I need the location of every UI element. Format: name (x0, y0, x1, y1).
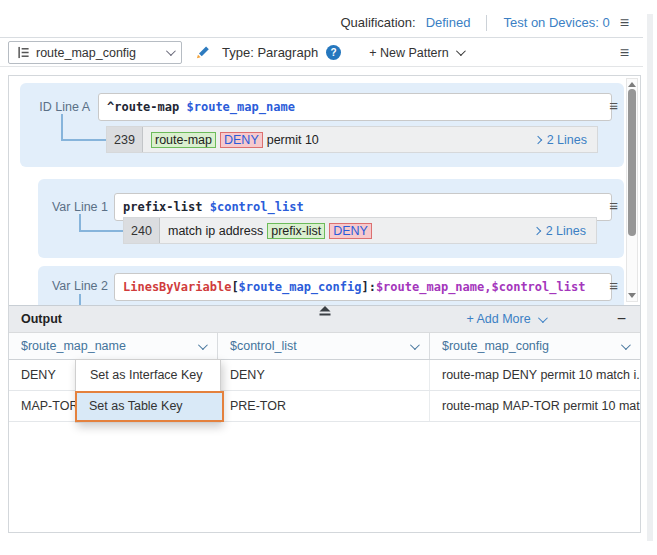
chevron-down-icon (538, 313, 548, 323)
pattern-editor-screen: Qualification: Defined Test on Devices: … (0, 0, 657, 555)
code-segment: $route_map_name (186, 100, 294, 114)
match-token-green: route-map (151, 132, 216, 148)
scroll-down-icon[interactable] (628, 293, 636, 298)
code-segment: prefix-list (123, 200, 210, 214)
pattern-input-var-line-2[interactable]: LinesByVariable[$route_map_config]:$rout… (114, 273, 612, 301)
column-label: $route_map_name (21, 339, 126, 353)
cell-control-list[interactable]: DENY (218, 360, 430, 390)
chevron-down-icon (166, 46, 176, 56)
match-row: 240 match ip addressprefix-listDENY 2 Li… (123, 217, 597, 244)
menu-item-set-table-key[interactable]: Set as Table Key (75, 391, 224, 422)
pattern-select-value: route_map_config (36, 46, 136, 60)
column-header-route-map-config[interactable]: $route_map_config (430, 333, 640, 359)
status-bar: Qualification: Defined Test on Devices: … (0, 0, 643, 38)
match-tokens: match ip addressprefix-listDENY (168, 223, 372, 239)
code-segment: $route_map_config (239, 280, 362, 294)
pattern-line-label: ID Line A (20, 100, 90, 114)
context-menu: Set as Interface Key Set as Table Key (75, 359, 221, 423)
status-divider (486, 15, 487, 31)
line-number-badge: 240 (124, 218, 160, 243)
pattern-area: ID Line A ^route-map $route_map_name ≡ 2… (9, 76, 640, 305)
chevron-down-icon[interactable] (198, 340, 208, 350)
match-token-red: DENY (220, 132, 263, 148)
collapse-panel-icon[interactable] (318, 306, 331, 320)
code-segment: $route_map_name,$control_list (376, 280, 586, 294)
expand-lines-link[interactable]: 2 Lines (535, 133, 597, 147)
pattern-line-label: Var Line 2 (38, 279, 108, 293)
pattern-line-label: Var Line 1 (38, 200, 108, 214)
chevron-right-icon (533, 135, 541, 143)
connector-line (79, 230, 123, 232)
line-menu-icon[interactable]: ≡ (609, 98, 618, 113)
pattern-select[interactable]: route_map_config (8, 41, 182, 64)
column-header-control-list[interactable]: $control_list (218, 333, 430, 359)
column-header-route-map-name[interactable]: $route_map_name (9, 333, 218, 359)
cell-route-map-config[interactable]: route-map MAP-TOR permit 10 mat... (430, 391, 640, 421)
connector-line (79, 214, 81, 231)
add-more-button[interactable]: + Add More (466, 312, 544, 326)
match-token-green: prefix-list (267, 223, 325, 239)
output-header: Output + Add More − (9, 305, 640, 333)
code-segment: [ (231, 280, 238, 294)
cell-control-list[interactable]: PRE-TOR (218, 391, 430, 421)
menu-item-set-interface-key[interactable]: Set as Interface Key (76, 360, 220, 391)
type-label: Type: Paragraph (222, 45, 318, 60)
help-icon[interactable]: ? (326, 45, 341, 60)
connector-line (61, 114, 63, 140)
output-panel: Output + Add More − $route_map_name (9, 305, 640, 532)
test-on-devices-link[interactable]: Test on Devices: 0 (503, 15, 609, 30)
status-menu-icon[interactable]: ≡ (620, 15, 629, 31)
pattern-block-var-line-1: Var Line 1 prefix-list $control_list ≡ 2… (38, 179, 624, 258)
line-number-badge: 239 (107, 127, 143, 152)
output-table-header: $route_map_name $control_list $route_map… (9, 333, 640, 360)
chevron-right-icon (532, 226, 540, 234)
qualification-value-link[interactable]: Defined (426, 15, 471, 30)
pattern-block-id-line-a: ID Line A ^route-map $route_map_name ≡ 2… (20, 83, 624, 167)
code-segment: ^route-map (107, 100, 186, 114)
add-more-label: + Add More (466, 312, 530, 326)
pattern-scrollbar[interactable] (626, 78, 638, 302)
pattern-input-id-line-a[interactable]: ^route-map $route_map_name (98, 93, 612, 121)
scrollbar-thumb[interactable] (628, 89, 636, 236)
toolbar-menu-icon[interactable]: ≡ (620, 45, 629, 61)
pattern-toolbar: route_map_config Type: Paragraph ? + New… (0, 39, 643, 67)
connector-line (79, 294, 81, 305)
new-pattern-label: + New Pattern (369, 46, 449, 60)
line-menu-icon[interactable]: ≡ (609, 198, 618, 213)
expand-lines-link[interactable]: 2 Lines (534, 224, 596, 238)
pattern-container: ID Line A ^route-map $route_map_name ≡ 2… (8, 75, 641, 533)
line-menu-icon[interactable]: ≡ (609, 278, 618, 293)
match-tokens: route-mapDENYpermit 10 (151, 132, 319, 148)
lines-count-label: 2 Lines (547, 133, 587, 147)
cell-route-map-config[interactable]: route-map DENY permit 10 match i... (430, 360, 640, 390)
qualification-label: Qualification: (340, 15, 415, 30)
match-row: 239 route-mapDENYpermit 10 2 Lines (106, 126, 598, 153)
page-scrollbar-track[interactable] (647, 14, 653, 541)
column-label: $control_list (230, 339, 297, 353)
column-label: $route_map_config (442, 339, 549, 353)
connector-line (61, 139, 106, 141)
match-token-plain: match ip address (168, 224, 263, 238)
pattern-block-var-line-2: Var Line 2 LinesByVariable[$route_map_co… (38, 266, 624, 305)
new-pattern-button[interactable]: + New Pattern (369, 46, 463, 60)
code-segment: ]: (361, 280, 375, 294)
edit-pencil-icon[interactable] (194, 45, 210, 61)
match-token-plain: permit 10 (267, 133, 319, 147)
code-segment: LinesByVariable (123, 280, 231, 294)
pattern-tree-icon (17, 46, 30, 59)
chevron-down-icon (456, 46, 466, 56)
chevron-down-icon[interactable] (621, 340, 631, 350)
scroll-up-icon[interactable] (628, 82, 636, 87)
chevron-down-icon[interactable] (410, 340, 420, 350)
lines-count-label: 2 Lines (546, 224, 586, 238)
match-token-red: DENY (329, 223, 372, 239)
code-segment: $control_list (210, 200, 304, 214)
output-title: Output (21, 312, 62, 326)
minimize-panel-button[interactable]: − (617, 311, 626, 327)
